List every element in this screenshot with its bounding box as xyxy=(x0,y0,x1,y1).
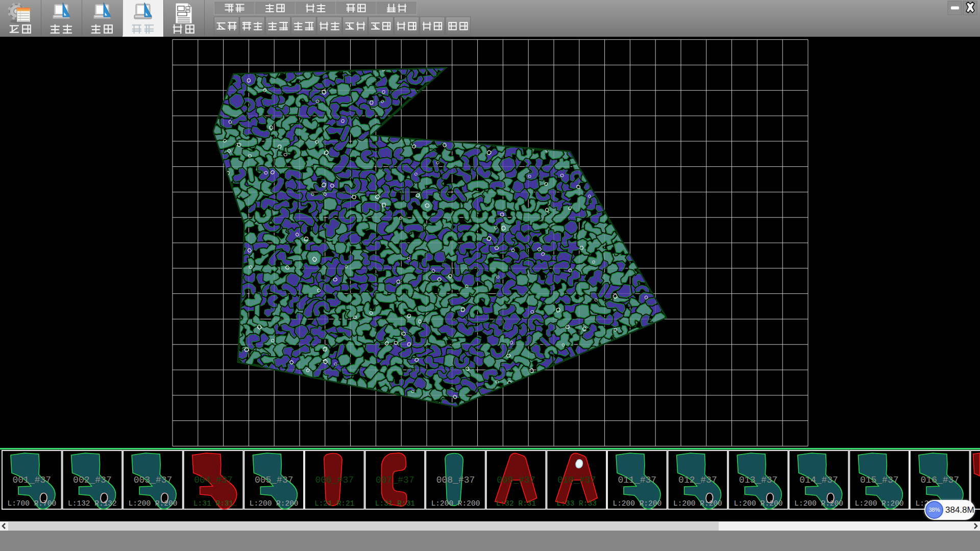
svg-text:L:200 R:200: L:200 R:200 xyxy=(673,499,722,508)
svg-text:006_#37: 006_#37 xyxy=(315,475,354,485)
svg-text:001_#37: 001_#37 xyxy=(12,475,51,485)
svg-text:L:33 R:33: L:33 R:33 xyxy=(557,499,597,508)
svg-text:L:200 R:200: L:200 R:200 xyxy=(431,499,480,508)
svg-text:L:132 R:132: L:132 R:132 xyxy=(68,499,117,508)
svg-text:016_#37: 016_#37 xyxy=(920,475,959,485)
svg-text:007_#37: 007_#37 xyxy=(376,475,414,485)
svg-text:L:200 R:200: L:200 R:200 xyxy=(129,499,178,508)
svg-text:008_#37: 008_#37 xyxy=(436,475,475,485)
svg-text:L:200 R:200: L:200 R:200 xyxy=(794,499,843,508)
svg-text:L:200 R:200: L:200 R:200 xyxy=(250,499,299,508)
svg-text:L:200 R:200: L:200 R:200 xyxy=(734,499,783,508)
svg-text:L:200 R:200: L:200 R:200 xyxy=(855,499,904,508)
svg-text:L:31 R:31: L:31 R:31 xyxy=(375,499,415,508)
svg-text:L:21 R:21: L:21 R:21 xyxy=(314,499,354,508)
svg-text:014_#37: 014_#37 xyxy=(799,475,838,485)
svg-text:009_#37: 009_#37 xyxy=(497,475,535,485)
svg-text:L:32 R:31: L:32 R:31 xyxy=(496,499,536,508)
svg-text:004_#37: 004_#37 xyxy=(194,475,233,485)
svg-text:L:31 R:31: L:31 R:31 xyxy=(193,499,233,508)
svg-text:010_#37: 010_#37 xyxy=(557,475,596,485)
svg-text:015_#37: 015_#37 xyxy=(860,475,899,485)
svg-text:013_#37: 013_#37 xyxy=(739,475,778,485)
svg-text:005_#37: 005_#37 xyxy=(255,475,293,485)
svg-text:L:700 R:700: L:700 R:700 xyxy=(7,499,56,508)
svg-text:002_#37: 002_#37 xyxy=(73,475,112,485)
svg-text:012_#37: 012_#37 xyxy=(678,475,717,485)
svg-text:003_#37: 003_#37 xyxy=(134,475,173,485)
svg-text:011_#37: 011_#37 xyxy=(618,475,656,485)
svg-text:L:200 R:200: L:200 R:200 xyxy=(612,499,662,508)
